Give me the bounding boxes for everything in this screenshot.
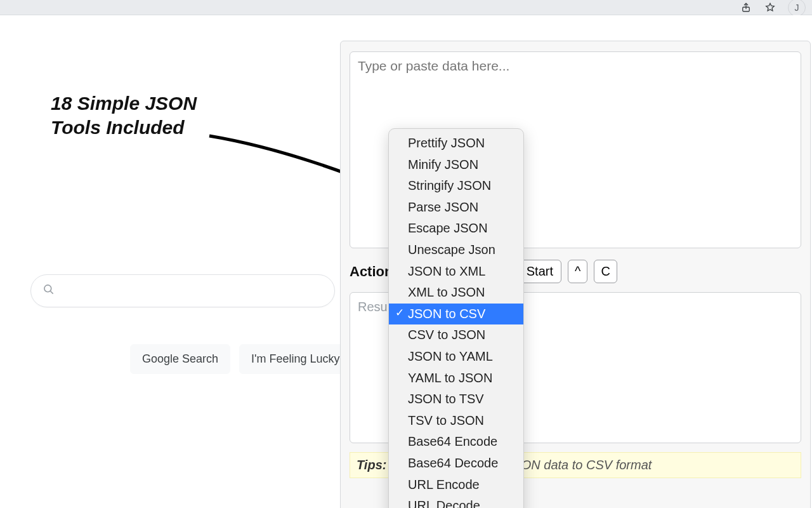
clear-button[interactable]: C bbox=[594, 260, 617, 283]
bookmark-star-icon[interactable] bbox=[764, 1, 776, 14]
share-icon[interactable] bbox=[740, 1, 752, 14]
search-box[interactable] bbox=[30, 274, 335, 307]
dropdown-option[interactable]: CSV to JSON bbox=[389, 324, 523, 346]
action-dropdown-menu[interactable]: Prettify JSONMinify JSONStringify JSONPa… bbox=[388, 128, 524, 508]
dropdown-option[interactable]: Escape JSON bbox=[389, 218, 523, 239]
tips-label: Tips: bbox=[357, 458, 386, 472]
profile-avatar[interactable]: J bbox=[788, 0, 806, 17]
google-search-button[interactable]: Google Search bbox=[130, 344, 230, 374]
search-buttons: Google Search I'm Feeling Lucky bbox=[130, 344, 352, 374]
swap-button[interactable]: ^ bbox=[568, 260, 587, 283]
dropdown-option[interactable]: Unescape Json bbox=[389, 239, 523, 261]
dropdown-option[interactable]: JSON to YAML bbox=[389, 346, 523, 368]
page-body: 18 Simple JSON Tools Included Google Sea… bbox=[0, 15, 812, 508]
annotation-text: 18 Simple JSON Tools Included bbox=[51, 91, 279, 139]
avatar-letter: J bbox=[795, 3, 799, 13]
dropdown-option[interactable]: URL Encode bbox=[389, 474, 523, 496]
dropdown-option[interactable]: TSV to JSON bbox=[389, 410, 523, 432]
dropdown-option[interactable]: JSON to CSV bbox=[389, 304, 523, 325]
dropdown-option[interactable]: Prettify JSON bbox=[389, 133, 523, 154]
dropdown-option[interactable]: URL Decode bbox=[389, 495, 523, 508]
search-icon bbox=[43, 283, 55, 298]
dropdown-option[interactable]: JSON to TSV bbox=[389, 389, 523, 410]
svg-point-1 bbox=[44, 285, 51, 292]
dropdown-option[interactable]: Stringify JSON bbox=[389, 175, 523, 197]
dropdown-option[interactable]: Base64 Encode bbox=[389, 431, 523, 453]
dropdown-option[interactable]: JSON to XML bbox=[389, 261, 523, 283]
dropdown-option[interactable]: Parse JSON bbox=[389, 197, 523, 218]
dropdown-option[interactable]: YAML to JSON bbox=[389, 368, 523, 389]
dropdown-option[interactable]: XML to JSON bbox=[389, 282, 523, 304]
browser-toolbar: J bbox=[0, 0, 812, 15]
search-input[interactable] bbox=[64, 284, 323, 298]
dropdown-option[interactable]: Minify JSON bbox=[389, 154, 523, 176]
dropdown-option[interactable]: Base64 Decode bbox=[389, 453, 523, 474]
feeling-lucky-button[interactable]: I'm Feeling Lucky bbox=[239, 344, 352, 374]
start-button[interactable]: Start bbox=[518, 260, 561, 283]
